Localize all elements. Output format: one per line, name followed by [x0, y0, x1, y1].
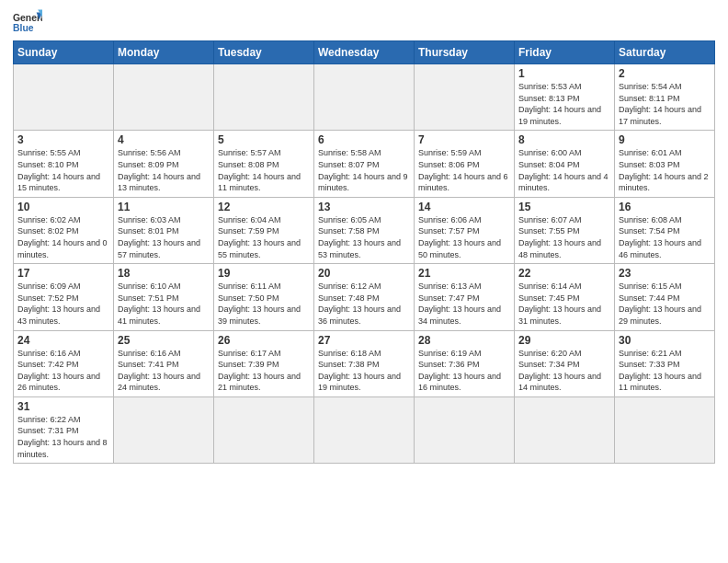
weekday-header-friday: Friday: [515, 41, 615, 64]
calendar-cell: 14Sunrise: 6:06 AM Sunset: 7:57 PM Dayli…: [415, 197, 515, 263]
cell-date: 7: [418, 133, 510, 146]
cell-info: Sunrise: 6:02 AM Sunset: 8:02 PM Dayligh…: [17, 214, 109, 260]
cell-date: 23: [619, 267, 711, 280]
weekday-header-wednesday: Wednesday: [314, 41, 415, 64]
calendar-cell: 13Sunrise: 6:05 AM Sunset: 7:58 PM Dayli…: [314, 197, 415, 263]
calendar-cell: [615, 396, 715, 463]
logo: General Blue: [13, 9, 42, 35]
cell-date: 14: [418, 201, 510, 213]
calendar-cell: [515, 396, 615, 463]
cell-date: 22: [518, 267, 610, 280]
weekday-header-row: SundayMondayTuesdayWednesdayThursdayFrid…: [14, 41, 715, 64]
cell-date: 19: [218, 267, 310, 280]
calendar-cell: 22Sunrise: 6:14 AM Sunset: 7:45 PM Dayli…: [515, 264, 615, 330]
cell-date: 21: [418, 267, 510, 280]
cell-date: 6: [318, 133, 410, 146]
week-row-1: 1Sunrise: 5:53 AM Sunset: 8:13 PM Daylig…: [14, 64, 715, 131]
cell-info: Sunrise: 6:08 AM Sunset: 7:54 PM Dayligh…: [619, 214, 711, 260]
calendar-cell: 9Sunrise: 6:01 AM Sunset: 8:03 PM Daylig…: [615, 131, 715, 197]
week-row-3: 10Sunrise: 6:02 AM Sunset: 8:02 PM Dayli…: [14, 197, 715, 263]
calendar-cell: 2Sunrise: 5:54 AM Sunset: 8:11 PM Daylig…: [615, 64, 715, 131]
cell-date: 5: [218, 133, 310, 146]
week-row-6: 31Sunrise: 6:22 AM Sunset: 7:31 PM Dayli…: [14, 396, 715, 463]
calendar-cell: 3Sunrise: 5:55 AM Sunset: 8:10 PM Daylig…: [14, 131, 114, 197]
cell-info: Sunrise: 6:11 AM Sunset: 7:50 PM Dayligh…: [218, 281, 310, 327]
calendar-cell: 6Sunrise: 5:58 AM Sunset: 8:07 PM Daylig…: [314, 131, 415, 197]
cell-info: Sunrise: 6:22 AM Sunset: 7:31 PM Dayligh…: [17, 414, 109, 460]
cell-info: Sunrise: 5:56 AM Sunset: 8:09 PM Dayligh…: [118, 147, 210, 193]
week-row-5: 24Sunrise: 6:16 AM Sunset: 7:42 PM Dayli…: [14, 330, 715, 396]
cell-info: Sunrise: 6:03 AM Sunset: 8:01 PM Dayligh…: [118, 214, 210, 260]
cell-info: Sunrise: 6:06 AM Sunset: 7:57 PM Dayligh…: [418, 214, 510, 260]
cell-info: Sunrise: 6:10 AM Sunset: 7:51 PM Dayligh…: [118, 281, 210, 327]
cell-date: 20: [318, 267, 410, 280]
calendar-cell: 17Sunrise: 6:09 AM Sunset: 7:52 PM Dayli…: [14, 264, 114, 330]
weekday-header-monday: Monday: [114, 41, 214, 64]
cell-info: Sunrise: 6:09 AM Sunset: 7:52 PM Dayligh…: [17, 281, 109, 327]
calendar-cell: 31Sunrise: 6:22 AM Sunset: 7:31 PM Dayli…: [14, 396, 114, 463]
cell-info: Sunrise: 6:19 AM Sunset: 7:36 PM Dayligh…: [418, 348, 510, 394]
cell-date: 15: [518, 201, 610, 213]
cell-info: Sunrise: 6:17 AM Sunset: 7:39 PM Dayligh…: [218, 348, 310, 394]
cell-info: Sunrise: 6:01 AM Sunset: 8:03 PM Dayligh…: [619, 147, 711, 193]
cell-date: 3: [17, 133, 109, 146]
calendar-cell: 29Sunrise: 6:20 AM Sunset: 7:34 PM Dayli…: [515, 330, 615, 396]
cell-date: 10: [17, 201, 109, 213]
calendar-cell: 21Sunrise: 6:13 AM Sunset: 7:47 PM Dayli…: [415, 264, 515, 330]
weekday-header-thursday: Thursday: [415, 41, 515, 64]
cell-info: Sunrise: 6:07 AM Sunset: 7:55 PM Dayligh…: [518, 214, 610, 260]
cell-info: Sunrise: 6:14 AM Sunset: 7:45 PM Dayligh…: [518, 281, 610, 327]
cell-date: 4: [118, 133, 210, 146]
cell-info: Sunrise: 5:59 AM Sunset: 8:06 PM Dayligh…: [418, 147, 510, 193]
header: General Blue: [13, 9, 715, 35]
calendar-cell: [114, 396, 214, 463]
calendar-cell: 23Sunrise: 6:15 AM Sunset: 7:44 PM Dayli…: [615, 264, 715, 330]
cell-date: 29: [518, 334, 610, 347]
cell-date: 8: [518, 133, 610, 146]
cell-info: Sunrise: 6:13 AM Sunset: 7:47 PM Dayligh…: [418, 281, 510, 327]
cell-date: 11: [118, 201, 210, 213]
cell-info: Sunrise: 6:04 AM Sunset: 7:59 PM Dayligh…: [218, 214, 310, 260]
cell-info: Sunrise: 6:00 AM Sunset: 8:04 PM Dayligh…: [518, 147, 610, 193]
calendar-cell: 12Sunrise: 6:04 AM Sunset: 7:59 PM Dayli…: [214, 197, 314, 263]
calendar-cell: [114, 64, 214, 131]
calendar-cell: 5Sunrise: 5:57 AM Sunset: 8:08 PM Daylig…: [214, 131, 314, 197]
cell-date: 16: [619, 201, 711, 213]
cell-date: 27: [318, 334, 410, 347]
calendar-cell: 27Sunrise: 6:18 AM Sunset: 7:38 PM Dayli…: [314, 330, 415, 396]
cell-date: 12: [218, 201, 310, 213]
svg-text:Blue: Blue: [13, 23, 34, 33]
cell-info: Sunrise: 6:16 AM Sunset: 7:41 PM Dayligh…: [118, 348, 210, 394]
calendar-cell: 19Sunrise: 6:11 AM Sunset: 7:50 PM Dayli…: [214, 264, 314, 330]
cell-date: 26: [218, 334, 310, 347]
calendar-cell: 15Sunrise: 6:07 AM Sunset: 7:55 PM Dayli…: [515, 197, 615, 263]
calendar-cell: [214, 396, 314, 463]
calendar-cell: 18Sunrise: 6:10 AM Sunset: 7:51 PM Dayli…: [114, 264, 214, 330]
cell-date: 18: [118, 267, 210, 280]
cell-date: 24: [17, 334, 109, 347]
cell-date: 28: [418, 334, 510, 347]
cell-date: 25: [118, 334, 210, 347]
cell-info: Sunrise: 5:54 AM Sunset: 8:11 PM Dayligh…: [619, 81, 711, 127]
cell-info: Sunrise: 5:58 AM Sunset: 8:07 PM Dayligh…: [318, 147, 410, 193]
cell-date: 1: [518, 67, 610, 80]
cell-info: Sunrise: 6:18 AM Sunset: 7:38 PM Dayligh…: [318, 348, 410, 394]
cell-date: 17: [17, 267, 109, 280]
cell-info: Sunrise: 6:21 AM Sunset: 7:33 PM Dayligh…: [619, 348, 711, 394]
calendar-cell: 1Sunrise: 5:53 AM Sunset: 8:13 PM Daylig…: [515, 64, 615, 131]
weekday-header-saturday: Saturday: [615, 41, 715, 64]
calendar-cell: 4Sunrise: 5:56 AM Sunset: 8:09 PM Daylig…: [114, 131, 214, 197]
calendar-table: SundayMondayTuesdayWednesdayThursdayFrid…: [13, 40, 715, 464]
cell-info: Sunrise: 5:55 AM Sunset: 8:10 PM Dayligh…: [17, 147, 109, 193]
cell-date: 30: [619, 334, 711, 347]
calendar-cell: 10Sunrise: 6:02 AM Sunset: 8:02 PM Dayli…: [14, 197, 114, 263]
cell-info: Sunrise: 6:15 AM Sunset: 7:44 PM Dayligh…: [619, 281, 711, 327]
calendar-cell: 28Sunrise: 6:19 AM Sunset: 7:36 PM Dayli…: [415, 330, 515, 396]
calendar-cell: 20Sunrise: 6:12 AM Sunset: 7:48 PM Dayli…: [314, 264, 415, 330]
calendar-cell: [415, 64, 515, 131]
calendar-cell: 8Sunrise: 6:00 AM Sunset: 8:04 PM Daylig…: [515, 131, 615, 197]
week-row-2: 3Sunrise: 5:55 AM Sunset: 8:10 PM Daylig…: [14, 131, 715, 197]
weekday-header-tuesday: Tuesday: [214, 41, 314, 64]
calendar-cell: 24Sunrise: 6:16 AM Sunset: 7:42 PM Dayli…: [14, 330, 114, 396]
calendar-cell: 11Sunrise: 6:03 AM Sunset: 8:01 PM Dayli…: [114, 197, 214, 263]
